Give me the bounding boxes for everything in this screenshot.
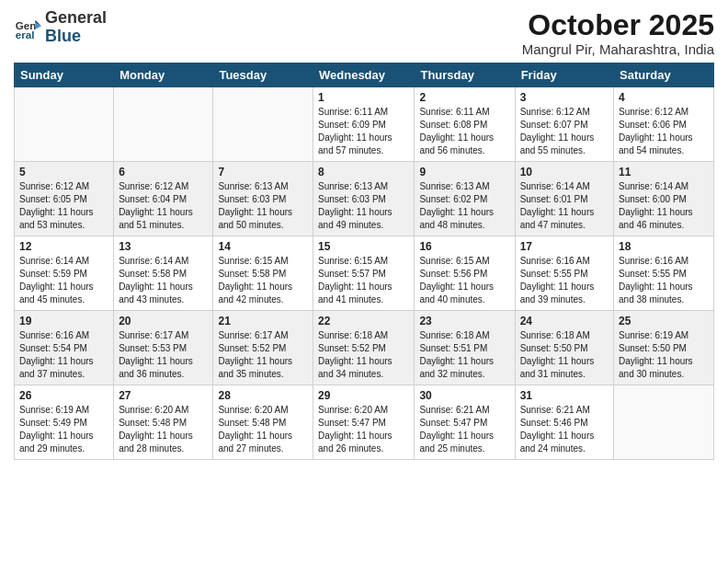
day-info: Sunrise: 6:18 AMSunset: 5:52 PMDaylight:… — [318, 329, 409, 381]
logo-icon: Gen eral — [14, 14, 41, 41]
calendar-cell: 26Sunrise: 6:19 AMSunset: 5:49 PMDayligh… — [15, 385, 114, 460]
calendar-cell: 19Sunrise: 6:16 AMSunset: 5:54 PMDayligh… — [15, 311, 114, 385]
day-info: Sunrise: 6:16 AMSunset: 5:55 PMDaylight:… — [619, 255, 709, 306]
calendar-cell: 11Sunrise: 6:14 AMSunset: 6:00 PMDayligh… — [614, 162, 714, 236]
logo-text: General Blue — [45, 9, 107, 46]
day-number: 5 — [19, 166, 108, 178]
day-number: 14 — [218, 240, 308, 253]
calendar-cell: 12Sunrise: 6:14 AMSunset: 5:59 PMDayligh… — [15, 236, 114, 311]
day-number: 1 — [318, 91, 409, 104]
day-info: Sunrise: 6:15 AMSunset: 5:57 PMDaylight:… — [318, 255, 409, 306]
calendar-cell: 20Sunrise: 6:17 AMSunset: 5:53 PMDayligh… — [114, 311, 213, 385]
day-info: Sunrise: 6:21 AMSunset: 5:46 PMDaylight:… — [520, 404, 609, 455]
calendar-cell: 13Sunrise: 6:14 AMSunset: 5:58 PMDayligh… — [114, 236, 213, 311]
calendar-cell: 25Sunrise: 6:19 AMSunset: 5:50 PMDayligh… — [614, 311, 714, 385]
day-info: Sunrise: 6:17 AMSunset: 5:53 PMDaylight:… — [119, 329, 208, 381]
day-info: Sunrise: 6:14 AMSunset: 6:01 PMDaylight:… — [520, 180, 609, 232]
calendar-cell: 2Sunrise: 6:11 AMSunset: 6:08 PMDaylight… — [415, 87, 515, 162]
day-info: Sunrise: 6:15 AMSunset: 5:58 PMDaylight:… — [218, 255, 308, 306]
col-sunday: Sunday — [15, 63, 114, 87]
logo-blue-text: Blue — [45, 28, 107, 46]
calendar-week-row: 12Sunrise: 6:14 AMSunset: 5:59 PMDayligh… — [15, 236, 714, 311]
calendar-cell: 22Sunrise: 6:18 AMSunset: 5:52 PMDayligh… — [313, 311, 415, 385]
calendar-cell: 29Sunrise: 6:20 AMSunset: 5:47 PMDayligh… — [313, 385, 415, 460]
day-number: 23 — [419, 315, 509, 327]
calendar-cell: 3Sunrise: 6:12 AMSunset: 6:07 PMDaylight… — [515, 87, 613, 162]
calendar-cell — [15, 87, 114, 162]
day-number: 20 — [119, 315, 208, 327]
day-info: Sunrise: 6:19 AMSunset: 5:50 PMDaylight:… — [619, 329, 709, 381]
calendar-cell: 10Sunrise: 6:14 AMSunset: 6:01 PMDayligh… — [515, 162, 613, 236]
day-info: Sunrise: 6:14 AMSunset: 5:59 PMDaylight:… — [19, 255, 108, 306]
page-container: Gen eral General Blue October 2025 Mangr… — [0, 0, 728, 469]
calendar-cell: 21Sunrise: 6:17 AMSunset: 5:52 PMDayligh… — [213, 311, 313, 385]
calendar-cell: 6Sunrise: 6:12 AMSunset: 6:04 PMDaylight… — [114, 162, 213, 236]
day-info: Sunrise: 6:19 AMSunset: 5:49 PMDaylight:… — [19, 404, 108, 455]
calendar-cell: 14Sunrise: 6:15 AMSunset: 5:58 PMDayligh… — [213, 236, 313, 311]
day-info: Sunrise: 6:16 AMSunset: 5:55 PMDaylight:… — [520, 255, 609, 306]
day-number: 19 — [19, 315, 108, 327]
day-number: 6 — [119, 166, 208, 178]
day-number: 11 — [619, 166, 709, 178]
day-number: 10 — [520, 166, 609, 178]
calendar-cell: 27Sunrise: 6:20 AMSunset: 5:48 PMDayligh… — [114, 385, 213, 460]
logo: Gen eral General Blue — [14, 9, 107, 46]
day-number: 21 — [218, 315, 308, 327]
day-number: 13 — [119, 240, 208, 253]
day-info: Sunrise: 6:20 AMSunset: 5:48 PMDaylight:… — [218, 404, 308, 455]
calendar-cell: 8Sunrise: 6:13 AMSunset: 6:03 PMDaylight… — [313, 162, 415, 236]
calendar-cell: 17Sunrise: 6:16 AMSunset: 5:55 PMDayligh… — [515, 236, 613, 311]
day-info: Sunrise: 6:14 AMSunset: 6:00 PMDaylight:… — [619, 180, 709, 232]
day-number: 2 — [419, 91, 509, 104]
day-info: Sunrise: 6:16 AMSunset: 5:54 PMDaylight:… — [19, 329, 108, 381]
day-info: Sunrise: 6:12 AMSunset: 6:05 PMDaylight:… — [19, 180, 108, 232]
day-info: Sunrise: 6:18 AMSunset: 5:51 PMDaylight:… — [419, 329, 509, 381]
day-info: Sunrise: 6:12 AMSunset: 6:06 PMDaylight:… — [619, 106, 709, 157]
col-tuesday: Tuesday — [213, 63, 313, 87]
calendar-cell — [114, 87, 213, 162]
calendar-cell: 4Sunrise: 6:12 AMSunset: 6:06 PMDaylight… — [614, 87, 714, 162]
calendar-cell: 5Sunrise: 6:12 AMSunset: 6:05 PMDaylight… — [15, 162, 114, 236]
day-info: Sunrise: 6:15 AMSunset: 5:56 PMDaylight:… — [419, 255, 509, 306]
calendar-cell: 15Sunrise: 6:15 AMSunset: 5:57 PMDayligh… — [313, 236, 415, 311]
day-number: 4 — [619, 91, 709, 104]
col-saturday: Saturday — [614, 63, 714, 87]
day-info: Sunrise: 6:14 AMSunset: 5:58 PMDaylight:… — [119, 255, 208, 306]
title-block: October 2025 Mangrul Pir, Maharashtra, I… — [522, 9, 714, 57]
calendar-cell — [614, 385, 714, 460]
logo-general-text: General — [45, 9, 107, 28]
calendar-cell: 30Sunrise: 6:21 AMSunset: 5:47 PMDayligh… — [415, 385, 515, 460]
day-number: 7 — [218, 166, 308, 178]
calendar-week-row: 26Sunrise: 6:19 AMSunset: 5:49 PMDayligh… — [15, 385, 714, 460]
day-info: Sunrise: 6:12 AMSunset: 6:04 PMDaylight:… — [119, 180, 208, 232]
day-info: Sunrise: 6:13 AMSunset: 6:03 PMDaylight:… — [218, 180, 308, 232]
col-monday: Monday — [114, 63, 213, 87]
day-info: Sunrise: 6:21 AMSunset: 5:47 PMDaylight:… — [419, 404, 509, 455]
calendar-title: October 2025 — [522, 9, 714, 41]
day-number: 17 — [520, 240, 609, 253]
calendar-cell — [213, 87, 313, 162]
day-number: 15 — [318, 240, 409, 253]
day-info: Sunrise: 6:11 AMSunset: 6:08 PMDaylight:… — [419, 106, 509, 157]
calendar-week-row: 19Sunrise: 6:16 AMSunset: 5:54 PMDayligh… — [15, 311, 714, 385]
day-number: 9 — [419, 166, 509, 178]
calendar-cell: 1Sunrise: 6:11 AMSunset: 6:09 PMDaylight… — [313, 87, 415, 162]
calendar-table: Sunday Monday Tuesday Wednesday Thursday… — [14, 63, 714, 460]
col-thursday: Thursday — [415, 63, 515, 87]
day-number: 16 — [419, 240, 509, 253]
day-info: Sunrise: 6:11 AMSunset: 6:09 PMDaylight:… — [318, 106, 409, 157]
day-info: Sunrise: 6:12 AMSunset: 6:07 PMDaylight:… — [520, 106, 609, 157]
calendar-cell: 24Sunrise: 6:18 AMSunset: 5:50 PMDayligh… — [515, 311, 613, 385]
day-info: Sunrise: 6:20 AMSunset: 5:47 PMDaylight:… — [318, 404, 409, 455]
day-number: 18 — [619, 240, 709, 253]
header: Gen eral General Blue October 2025 Mangr… — [14, 9, 714, 57]
day-info: Sunrise: 6:13 AMSunset: 6:02 PMDaylight:… — [419, 180, 509, 232]
calendar-cell: 7Sunrise: 6:13 AMSunset: 6:03 PMDaylight… — [213, 162, 313, 236]
calendar-location: Mangrul Pir, Maharashtra, India — [522, 41, 714, 57]
calendar-cell: 28Sunrise: 6:20 AMSunset: 5:48 PMDayligh… — [213, 385, 313, 460]
calendar-cell: 18Sunrise: 6:16 AMSunset: 5:55 PMDayligh… — [614, 236, 714, 311]
day-number: 8 — [318, 166, 409, 178]
day-number: 25 — [619, 315, 709, 327]
day-info: Sunrise: 6:17 AMSunset: 5:52 PMDaylight:… — [218, 329, 308, 381]
day-number: 24 — [520, 315, 609, 327]
